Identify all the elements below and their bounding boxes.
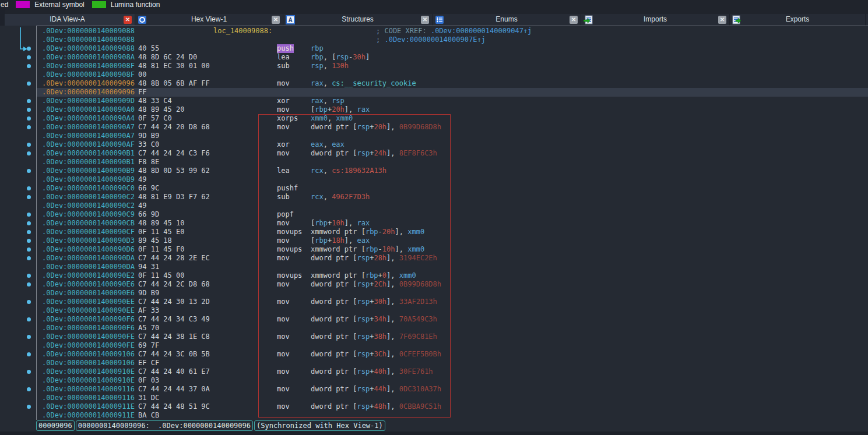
instruction-dot-icon[interactable] <box>27 221 31 225</box>
opcode-bytes: 40 55 <box>138 44 159 53</box>
disassembly-line[interactable]: .0Dev:00000001400090A40F 57 C0xorpsxmm0,… <box>37 114 868 123</box>
instruction-dot-icon[interactable] <box>27 256 31 260</box>
disassembly-view[interactable]: .0Dev:0000000140009088loc_140009088:; CO… <box>37 26 868 420</box>
disassembly-line[interactable]: .0Dev:00000001400090AF33 C0xoreax, eax <box>37 140 868 149</box>
close-icon[interactable]: ✕ <box>421 16 429 24</box>
disassembly-line[interactable]: .0Dev:000000014000908F00 <box>37 70 868 79</box>
instruction-dot-icon[interactable] <box>27 99 31 103</box>
disassembly-line[interactable]: .0Dev:00000001400090A79D B9 <box>37 132 868 140</box>
instruction-dot-icon[interactable] <box>27 247 31 252</box>
tab-structures[interactable]: AStructures✕ <box>283 14 433 26</box>
instruction-dot-icon[interactable] <box>27 55 31 59</box>
instruction-dot-icon[interactable] <box>27 239 31 243</box>
instruction-dot-icon[interactable] <box>27 317 31 321</box>
disassembly-line[interactable]: .0Dev:0000000140009106EF CF <box>37 359 868 367</box>
disassembly-line[interactable]: .0Dev:00000001400090D389 45 18mov[rbp+18… <box>37 236 868 245</box>
disassembly-line[interactable]: .0Dev:00000001400090B948 8D 0D 53 99 62l… <box>37 167 868 175</box>
instruction-dot-icon[interactable] <box>27 169 31 173</box>
address: .0Dev:00000001400090AF <box>42 140 135 149</box>
disassembly-line[interactable]: .0Dev:00000001400090EEAF 33 <box>37 306 868 315</box>
tab-ida-view-a[interactable]: IDA View-A✕ <box>0 14 135 26</box>
tab-imports[interactable]: Imports✕ <box>581 14 730 26</box>
disassembly-line[interactable]: .0Dev:00000001400090C249 <box>37 201 868 210</box>
mnemonic: mov <box>277 105 290 114</box>
disassembly-line[interactable]: .0Dev:000000014000911EBA CB <box>37 411 868 420</box>
address: .0Dev:00000001400090FE <box>42 333 135 341</box>
disassembly-line[interactable]: .0Dev:000000014000911EC7 44 24 48 51 9Cm… <box>37 402 868 411</box>
close-icon[interactable]: ✕ <box>124 16 132 24</box>
instruction-dot-icon[interactable] <box>27 274 31 278</box>
opcode-bytes: 0F 03 <box>138 376 159 385</box>
close-icon[interactable]: ✕ <box>570 16 578 24</box>
instruction-dot-icon[interactable] <box>27 116 31 121</box>
imports-icon <box>584 15 593 24</box>
disassembly-line[interactable]: .0Dev:00000001400090E6C7 44 24 2C D8 68m… <box>37 280 868 289</box>
disassembly-line[interactable]: .0Dev:000000014000910E0F 03 <box>37 376 868 385</box>
disassembly-line[interactable]: .0Dev:00000001400090F6C7 44 24 34 C3 49m… <box>37 315 868 324</box>
disassembly-line[interactable]: .0Dev:00000001400090CB48 89 45 10mov[rbp… <box>37 219 868 228</box>
instruction-dot-icon[interactable] <box>27 143 31 147</box>
opcode-bytes: C7 44 24 44 37 0A <box>138 385 210 394</box>
disassembly-line[interactable]: .0Dev:000000014000908840 55pushrbp <box>37 44 868 53</box>
disassembly-line[interactable]: .0Dev:00000001400090A048 89 45 20mov[rbp… <box>37 105 868 114</box>
disassembly-line[interactable]: .0Dev:00000001400090E20F 11 45 00movupsx… <box>37 271 868 280</box>
disassembly-line[interactable]: .0Dev:00000001400090C248 81 E9 D3 F7 62s… <box>37 193 868 201</box>
disassembly-line[interactable]: .0Dev:000000014000911631 DC <box>37 394 868 402</box>
opcode-bytes: C7 44 24 3C 0B 5B <box>138 350 210 359</box>
disassembly-line[interactable]: .0Dev:00000001400090C066 9Cpushf <box>37 184 868 193</box>
disassembly-line[interactable]: .0Dev:00000001400090EEC7 44 24 30 13 2Dm… <box>37 298 868 306</box>
instruction-dot-icon[interactable] <box>27 186 31 190</box>
disassembly-line[interactable]: .0Dev:0000000140009088; .0Dev:0000000140… <box>37 36 868 44</box>
instruction-dot-icon[interactable] <box>27 125 31 129</box>
instruction-dot-icon[interactable] <box>27 300 31 304</box>
disassembly-line[interactable]: .0Dev:00000001400090A7C7 44 24 20 D8 68m… <box>37 123 868 132</box>
instruction-dot-icon[interactable] <box>27 282 31 287</box>
disassembly-line[interactable]: .0Dev:00000001400090B1C7 44 24 24 C3 F6m… <box>37 149 868 158</box>
close-icon[interactable]: ✕ <box>718 16 726 24</box>
disassembly-line[interactable]: .0Dev:00000001400090DAC7 44 24 28 2E ECm… <box>37 254 868 263</box>
instruction-dot-icon[interactable] <box>27 387 31 391</box>
disassembly-line[interactable]: .0Dev:00000001400090FEC7 44 24 38 1E C8m… <box>37 333 868 341</box>
tab-exports[interactable]: Exports <box>730 14 866 26</box>
disassembly-line[interactable]: .0Dev:0000000140009116C7 44 24 44 37 0Am… <box>37 385 868 394</box>
opcode-bytes: 00 <box>138 70 146 79</box>
disassembly-line[interactable]: .0Dev:000000014000908F48 81 EC 30 01 00s… <box>37 62 868 70</box>
instruction-dot-icon[interactable] <box>27 195 31 199</box>
instruction-dot-icon[interactable] <box>27 108 31 112</box>
instruction-dot-icon[interactable] <box>27 213 31 217</box>
disassembly-line[interactable]: .0Dev:0000000140009106C7 44 24 3C 0B 5Bm… <box>37 350 868 359</box>
instruction-dot-icon[interactable] <box>27 370 31 374</box>
legend-bar: ed External symbol Lumina function <box>0 0 868 9</box>
instruction-dot-icon[interactable] <box>27 352 31 356</box>
disassembly-line[interactable]: .0Dev:00000001400090C966 9Dpopf <box>37 210 868 219</box>
xref-comment: ; .0Dev:000000014000907E↑j <box>376 36 486 44</box>
disassembly-line[interactable]: .0Dev:00000001400090B949 <box>37 175 868 184</box>
disassembly-line[interactable]: .0Dev:000000014000910EC7 44 24 40 61 E7m… <box>37 367 868 376</box>
breakpoint-margin[interactable] <box>0 26 36 420</box>
disassembly-line[interactable]: .0Dev:000000014000909D48 33 C4xorrax, rs… <box>37 97 868 105</box>
opcode-bytes: C7 44 24 28 2E EC <box>138 254 210 263</box>
status-current-location: 0000000140009096: .0Dev:0000000140009096 <box>76 420 253 431</box>
close-icon[interactable]: ✕ <box>272 16 280 24</box>
tab-hex-view-1[interactable]: Hex View-1✕ <box>135 14 283 26</box>
instruction-dot-icon[interactable] <box>27 64 31 68</box>
disassembly-line[interactable]: .0Dev:00000001400090DA94 31 <box>37 263 868 271</box>
disassembly-line[interactable]: .0Dev:00000001400090F6A5 70 <box>37 324 868 333</box>
disassembly-line[interactable]: .0Dev:00000001400090CF0F 11 45 E0movupsx… <box>37 228 868 236</box>
disassembly-line[interactable]: .0Dev:00000001400090D60F 11 45 F0movupsx… <box>37 245 868 254</box>
disassembly-line[interactable]: .0Dev:000000014000909648 8B 05 6B AF FFm… <box>37 79 868 88</box>
instruction-dot-icon[interactable] <box>27 230 31 234</box>
disassembly-line[interactable]: .0Dev:00000001400090E69D B9 <box>37 289 868 298</box>
instruction-dot-icon[interactable] <box>27 82 31 86</box>
disassembly-line[interactable]: .0Dev:0000000140009088loc_140009088:; CO… <box>37 27 868 36</box>
mnemonic: mov <box>277 402 290 411</box>
instruction-dot-icon[interactable] <box>27 151 31 155</box>
instruction-dot-icon[interactable] <box>27 335 31 339</box>
disassembly-line[interactable]: .0Dev:00000001400090FE69 7F <box>37 341 868 350</box>
disassembly-line[interactable]: .0Dev:0000000140009096FF <box>37 88 868 97</box>
disassembly-line[interactable]: .0Dev:000000014000908A48 8D 6C 24 D0lear… <box>37 53 868 62</box>
disassembly-line[interactable]: .0Dev:00000001400090B1F8 8E <box>37 158 868 167</box>
instruction-dot-icon[interactable] <box>27 405 31 409</box>
tab-enums[interactable]: Enums✕ <box>433 14 581 26</box>
instruction-dot-icon[interactable] <box>27 47 31 51</box>
